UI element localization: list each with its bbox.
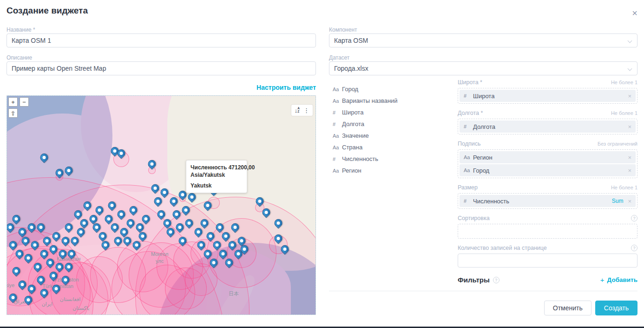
map-pin-marker[interactable] [164,219,171,227]
map-pin-marker[interactable] [53,232,60,240]
map-pin-marker[interactable] [130,206,138,214]
mapping-dropzone[interactable]: #Долгота× [458,119,637,134]
map-pin-marker[interactable] [77,228,85,236]
map-pin-marker[interactable] [188,193,196,201]
sorting-dropzone[interactable] [458,224,637,239]
field-chip[interactable]: #Широта× [460,90,636,102]
map-pin-marker[interactable] [194,228,202,236]
map-pin-marker[interactable] [256,197,264,205]
map-pin-marker[interactable] [25,296,33,304]
map-pin-marker[interactable] [43,237,51,245]
map-pin-marker[interactable] [275,234,283,242]
map-zoom-in-button[interactable]: + [8,97,18,107]
map-pin-marker[interactable] [111,223,119,231]
map-pin-marker[interactable] [213,241,221,249]
map-pin-marker[interactable] [142,215,150,223]
dataset-field[interactable]: AaЗначение [333,130,398,141]
configure-widget-link[interactable]: Настроить виджет [256,84,316,91]
map-pin-marker[interactable] [117,210,125,218]
map-pin-marker[interactable] [222,232,230,240]
field-chip[interactable]: #ЧисленностьSum× [460,195,636,207]
map-pin-marker[interactable] [9,294,17,301]
map-pin-marker[interactable] [65,167,72,174]
dataset-field[interactable]: AaВарианты названий [333,95,398,107]
map-pin-marker[interactable] [83,201,91,209]
mapping-dropzone[interactable]: #ЧисленностьSum× [458,193,637,209]
help-icon[interactable]: ? [631,245,637,251]
map-pin-marker[interactable] [176,223,184,231]
dataset-field[interactable]: AaСтрана [333,141,398,153]
map-pin-marker[interactable] [231,223,239,231]
map-pin-marker[interactable] [204,250,211,258]
map-pin-marker[interactable] [19,281,26,288]
map-pin-marker[interactable] [12,267,20,275]
map-pin-marker[interactable] [173,210,181,218]
map-pin-marker[interactable] [71,237,79,245]
map-pin-marker[interactable] [237,237,245,245]
map-pin-marker[interactable] [68,250,76,258]
map-pin-marker[interactable] [80,219,88,227]
map-pin-marker[interactable] [55,263,63,271]
map-pin-marker[interactable] [40,289,48,297]
map-pin-marker[interactable] [219,250,227,258]
map-pin-marker[interactable] [28,223,36,231]
map-pin-marker[interactable] [158,210,165,218]
map-pin-marker[interactable] [21,237,29,245]
component-select[interactable]: Карта OSM [329,33,637,47]
map-pin-marker[interactable] [275,219,283,227]
map-pin-marker[interactable] [126,219,134,227]
map-pin-marker[interactable] [7,223,14,231]
remove-chip-icon[interactable]: × [628,154,631,161]
map-pin-marker[interactable] [99,232,106,240]
remove-chip-icon[interactable]: × [628,198,631,205]
map-pin-marker[interactable] [204,201,211,209]
map-pin-marker[interactable] [25,254,33,262]
map-pin-marker[interactable] [170,197,177,205]
map-pin-marker[interactable] [148,160,156,168]
map-pin-marker[interactable] [139,232,147,240]
map-pin-marker[interactable] [228,241,236,249]
create-button[interactable]: Создать [595,301,637,315]
map-pin-marker[interactable] [53,285,60,293]
mapping-dropzone[interactable]: AaРегион×AaГород× [458,149,637,178]
map-pin-marker[interactable] [166,228,174,236]
map-preview[interactable]: ҚазақстанМонгол улсO'zbekistonTürkmenist… [7,95,316,315]
map-pin-marker[interactable] [160,188,168,196]
map-pin-marker[interactable] [105,215,113,223]
map-pin-marker[interactable] [262,208,270,216]
field-chip[interactable]: AaРегион× [460,151,636,163]
map-pin-marker[interactable] [151,184,159,192]
map-pin-marker[interactable] [117,149,125,157]
map-pin-marker[interactable] [9,241,17,249]
map-pin-marker[interactable] [96,206,104,214]
map-pin-marker[interactable] [123,237,131,245]
map-pin-marker[interactable] [62,237,70,245]
page-size-input[interactable] [458,254,637,268]
add-filter-button[interactable]: + Добавить [600,276,637,284]
map-pin-marker[interactable] [40,154,48,161]
map-pin-marker[interactable] [62,276,70,284]
dataset-field[interactable]: #Долгота [333,118,398,130]
dataset-field[interactable]: #Широта [333,107,398,118]
map-pin-marker[interactable] [28,285,36,293]
map-pin-marker[interactable] [241,245,249,253]
map-pin-marker[interactable] [114,237,122,245]
cancel-button[interactable]: Отменить [544,301,591,315]
remove-chip-icon[interactable]: × [628,123,631,130]
map-pin-marker[interactable] [179,237,187,245]
map-pin-marker[interactable] [31,241,39,249]
mapping-dropzone[interactable]: #Широта× [458,88,637,104]
map-pin-marker[interactable] [92,223,100,231]
field-chip[interactable]: AaГород× [460,164,636,176]
dataset-select[interactable]: Города.xlsx [329,61,637,75]
map-pin-marker[interactable] [12,215,20,223]
map-pin-marker[interactable] [34,263,42,271]
map-pin-marker[interactable] [37,276,45,284]
more-options-icon[interactable]: ⋮ [303,107,309,114]
map-pin-marker[interactable] [210,259,217,267]
map-pin-marker[interactable] [74,210,82,218]
map-pin-marker[interactable] [49,245,57,253]
map-pin-marker[interactable] [49,272,57,280]
map-pin-marker[interactable] [132,241,140,249]
map-options-control[interactable]: ↓AZ ⋮ [291,105,313,116]
